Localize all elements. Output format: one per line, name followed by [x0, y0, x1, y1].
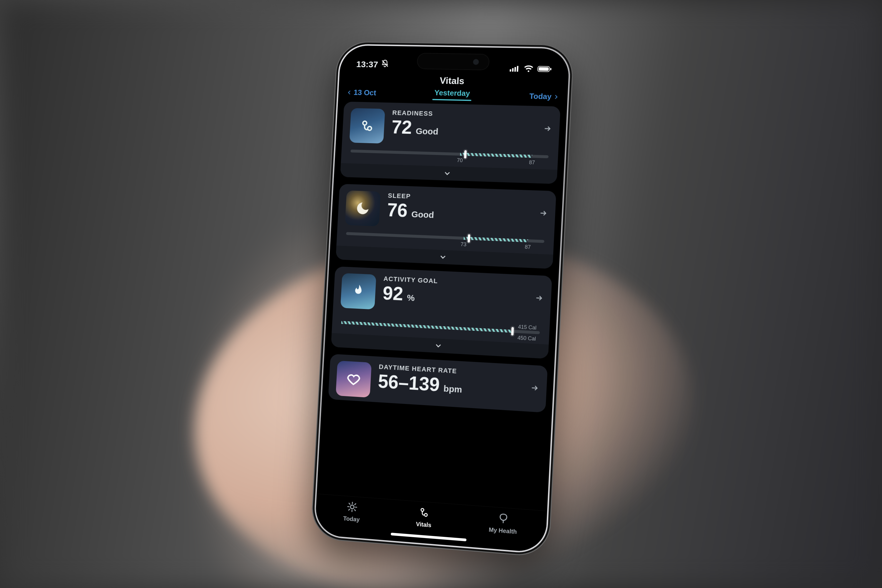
sleep-value: 76: [387, 201, 408, 220]
sun-icon: [346, 501, 358, 514]
tab-vitals[interactable]: Vitals: [416, 506, 432, 529]
svg-rect-2: [512, 68, 514, 72]
tree-icon: [498, 513, 510, 526]
sleep-icon: [345, 190, 381, 226]
dnd-icon: [381, 59, 389, 70]
vitals-icon: [418, 506, 430, 520]
sleep-range-lo: 73: [460, 242, 466, 248]
tab-today[interactable]: Today: [343, 501, 361, 523]
activity-unit: %: [406, 293, 415, 303]
activity-value: 92: [382, 284, 404, 303]
day-prev-label: 13 Oct: [353, 88, 376, 98]
phone-frame: 13:37: [310, 41, 574, 557]
readiness-icon: [349, 108, 385, 144]
readiness-unit: Good: [416, 126, 438, 137]
svg-line-21: [348, 509, 350, 510]
readiness-range-lo: 70: [457, 157, 463, 164]
svg-point-8: [363, 121, 367, 125]
day-current[interactable]: Yesterday: [434, 88, 470, 101]
svg-rect-1: [510, 69, 511, 72]
battery-icon: [537, 65, 552, 73]
svg-line-19: [349, 503, 350, 504]
dynamic-island: [417, 53, 490, 70]
svg-rect-4: [516, 66, 518, 72]
sleep-unit: Good: [411, 209, 434, 220]
heart-icon: [336, 361, 372, 398]
svg-rect-7: [550, 68, 551, 70]
sleep-range-hi: 87: [525, 244, 531, 250]
card-readiness[interactable]: READINESS 72 Good: [340, 101, 561, 184]
readiness-label: READINESS: [392, 109, 440, 118]
svg-rect-3: [514, 67, 516, 72]
chevron-right-icon: [543, 124, 552, 134]
svg-line-22: [355, 504, 356, 505]
screen: 13:37: [315, 45, 570, 553]
day-current-label: Yesterday: [434, 88, 470, 98]
svg-line-11: [541, 213, 545, 213]
hr-unit: bpm: [443, 384, 462, 395]
tab-today-label: Today: [343, 515, 360, 523]
card-activity[interactable]: ACTIVITY GOAL 92 % 415 Cal: [331, 266, 552, 359]
card-heart-rate[interactable]: DAYTIME HEART RATE 56–139 bpm: [328, 354, 548, 413]
tab-my-health[interactable]: My Health: [489, 512, 518, 536]
chevron-right-icon: [530, 384, 539, 394]
cellular-icon: [510, 65, 520, 72]
svg-rect-6: [538, 67, 549, 71]
chevron-right-icon: [539, 209, 548, 219]
svg-line-12: [536, 298, 541, 298]
day-next[interactable]: Today: [529, 92, 559, 101]
svg-point-14: [350, 505, 354, 509]
status-time: 13:37: [356, 59, 378, 69]
svg-point-24: [424, 513, 428, 516]
svg-point-23: [421, 508, 424, 511]
card-sleep[interactable]: SLEEP 76 Good: [336, 184, 556, 269]
hr-value: 56–139: [378, 372, 440, 394]
activity-goal-cal: 450 Cal: [518, 335, 536, 342]
chevron-right-icon: [535, 294, 544, 304]
day-next-label: Today: [529, 92, 552, 101]
svg-point-9: [368, 126, 372, 130]
readiness-value: 72: [391, 118, 412, 137]
readiness-range-hi: 87: [529, 159, 535, 166]
day-prev[interactable]: 13 Oct: [346, 88, 376, 98]
wifi-icon: [524, 65, 533, 73]
home-indicator[interactable]: [391, 533, 466, 541]
svg-line-13: [532, 388, 537, 388]
svg-line-20: [354, 510, 356, 511]
tab-vitals-label: Vitals: [416, 520, 432, 529]
tab-myhealth-label: My Health: [489, 526, 517, 536]
activity-icon: [340, 273, 376, 310]
